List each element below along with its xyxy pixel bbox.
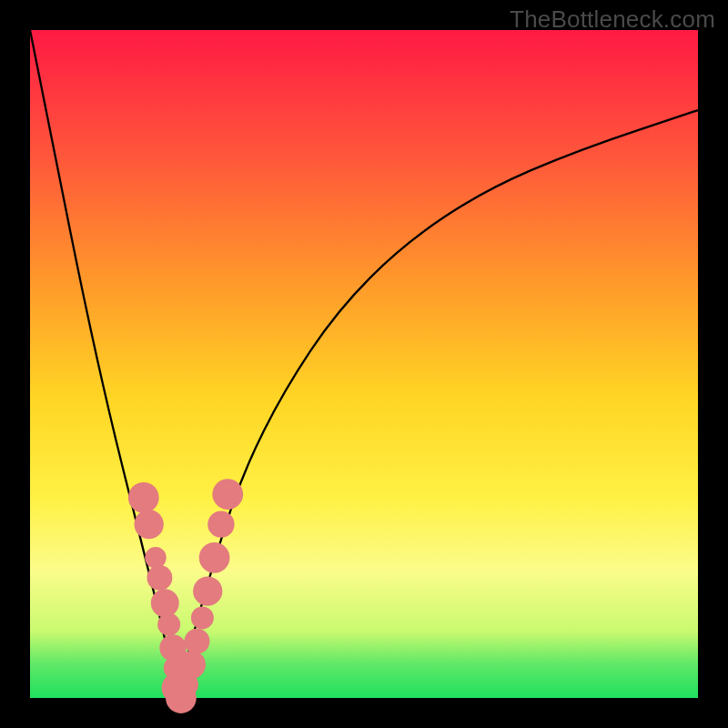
highlight-dot [145,547,166,568]
highlight-dot [207,511,234,537]
highlight-dots-group [128,479,243,713]
highlight-dot [128,482,159,513]
highlight-dot [151,589,179,617]
highlight-dot [135,510,164,539]
highlight-dot [191,606,214,629]
plot-area [30,30,698,698]
highlight-dot [199,542,230,573]
highlight-dot [147,565,172,591]
curve-layer [30,30,698,698]
highlight-dot [212,479,243,510]
chart-frame: TheBottleneck.com [0,0,728,728]
highlight-dot [157,613,180,636]
highlight-dot [193,576,222,605]
bottleneck-curve [30,30,698,683]
highlight-dot [185,629,210,654]
highlight-dot [177,651,206,679]
watermark-text: TheBottleneck.com [510,5,715,34]
